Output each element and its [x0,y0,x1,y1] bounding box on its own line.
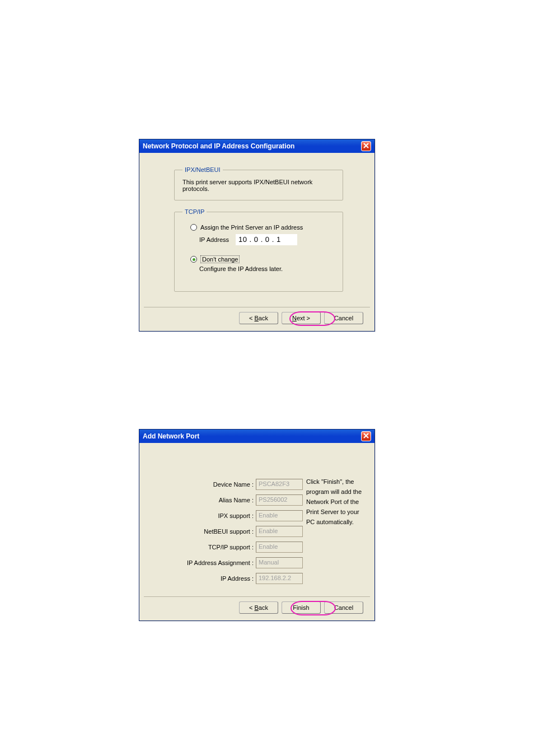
field-label: Device Name : [139,481,256,488]
field-value: Enable [256,542,303,553]
separator [144,307,370,307]
back-button[interactable]: < Back [239,312,278,324]
configure-later-label: Configure the IP Address later. [199,265,283,272]
ipx-netbeui-legend: IPX/NetBEUI [182,166,223,173]
back-button[interactable]: < Back [239,601,278,614]
field-row: IP Address :192.168.2.2 [139,571,374,586]
close-button[interactable] [361,141,371,151]
field-label: TCP/IP support : [139,544,256,550]
field-label: NetBEUI support : [139,528,256,535]
finish-button[interactable]: Finish [282,601,321,614]
field-value: Enable [256,526,303,537]
field-row: IP Address Assignment :Manual [139,555,374,571]
separator [144,596,370,597]
field-value: 192.168.2.2 [256,573,303,584]
field-value: PSCA82F3 [256,479,303,490]
add-network-port-dialog: Add Network Port Device Name :PSCA82F3Al… [139,429,375,621]
field-label: Alias Name : [139,497,256,503]
titlebar[interactable]: Network Protocol and IP Address Configur… [139,139,374,153]
field-value: PS256002 [256,494,303,506]
dialog-title: Network Protocol and IP Address Configur… [143,142,294,150]
dont-change-label: Don't change [200,255,240,263]
next-button[interactable]: Next > [282,312,321,324]
field-label: IP Address Assignment : [139,559,256,566]
field-label: IP Address : [139,575,256,582]
tcpip-legend: TCP/IP [182,208,207,215]
radio-dont-change[interactable] [190,256,197,263]
finish-info-text: Click "Finish", the program will add the… [306,477,368,527]
field-value: Manual [256,557,303,568]
dont-change-row: Don't change [190,255,335,263]
ip-label: IP Address [199,236,229,243]
button-row: < Back Finish Cancel [239,601,363,614]
ipx-netbeui-group: IPX/NetBEUI This print server supports I… [174,166,343,200]
radio-assign-ip[interactable] [190,224,197,231]
configure-later-row: Configure the IP Address later. [199,265,335,272]
dialog-title: Add Network Port [143,432,199,440]
ip-address-row: IP Address 10 . 0 . 0 . 1 [199,234,335,245]
network-protocol-dialog: Network Protocol and IP Address Configur… [139,139,375,332]
ip-address-input[interactable]: 10 . 0 . 0 . 1 [236,234,297,245]
ipx-netbeui-text: This print server supports IPX/NetBEUI n… [182,179,335,192]
assign-ip-row: Assign the Print Server an IP address [190,224,335,231]
tcpip-group: TCP/IP Assign the Print Server an IP add… [174,208,343,292]
close-icon [363,432,369,440]
assign-ip-label: Assign the Print Server an IP address [200,224,303,231]
field-row: TCP/IP support :Enable [139,539,374,555]
close-icon [363,142,369,150]
titlebar[interactable]: Add Network Port [139,430,374,443]
cancel-button[interactable]: Cancel [324,312,363,324]
field-label: IPX support : [139,512,256,519]
button-row: < Back Next > Cancel [239,312,363,324]
field-value: Enable [256,510,303,521]
close-button[interactable] [361,431,371,441]
cancel-button[interactable]: Cancel [324,601,363,614]
